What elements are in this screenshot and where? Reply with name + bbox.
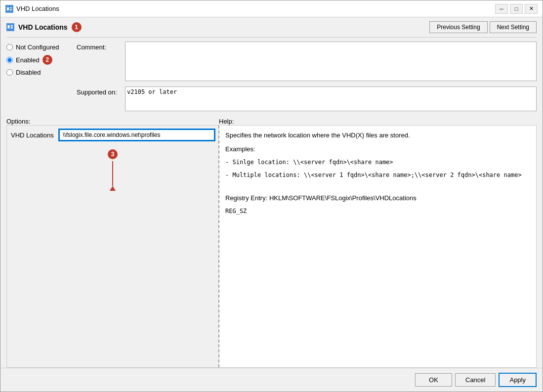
apply-button[interactable]: Apply [499,373,537,387]
comment-container [125,42,537,83]
main-panels: VHD Locations 3 Specifies the network lo… [6,125,537,368]
vhd-location-input[interactable] [59,130,214,140]
disabled-radio[interactable] [6,69,13,76]
cancel-button[interactable]: Cancel [455,373,496,387]
config-section: Not Configured Enabled 2 Disabled Commen… [6,42,537,113]
arrow-line [112,161,113,186]
enabled-radio[interactable] [6,57,13,63]
help-registry-type: REG_SZ [225,207,530,216]
header-row: VHD Locations 1 Previous Setting Next Se… [6,21,537,38]
svg-rect-1 [7,7,9,10]
comment-label: Comment: [77,42,121,51]
comment-row: Comment: [77,42,537,83]
ok-button[interactable]: OK [415,373,452,387]
window-icon [5,5,13,13]
enabled-badge: 2 [42,55,52,65]
minimize-button[interactable]: ─ [495,4,508,14]
svg-rect-2 [10,7,12,8]
window-title: VHD Locations [16,5,59,12]
supported-container [125,87,537,113]
title-bar: VHD Locations ─ □ ✕ [0,0,543,17]
help-example2: - Multiple locations: \\<server 1 fqdn>\… [225,171,530,179]
title-bar-controls: ─ □ ✕ [495,4,538,14]
vhd-location-label: VHD Locations [11,131,55,139]
supported-label: Supported on: [77,87,121,96]
help-panel: Specifies the network location where the… [219,126,536,367]
form-fields: Comment: Supported on: [77,42,537,113]
svg-rect-3 [10,9,12,10]
enabled-option[interactable]: Enabled 2 [6,55,71,65]
help-example1: - Sinlge location: \\<server fqdn>\<shar… [225,158,530,167]
svg-rect-5 [7,25,9,28]
content-area: VHD Locations 1 Previous Setting Next Se… [0,17,543,368]
not-configured-radio[interactable] [6,44,13,50]
svg-rect-7 [11,27,13,28]
comment-textarea[interactable] [125,42,537,81]
registry-path: HKLM\SOFTWARE\FSLogix\Profiles\VHDLocati… [269,194,417,202]
header-buttons: Previous Setting Next Setting [429,21,537,33]
arrow-annotation: 3 [108,149,118,191]
panels-titles: Options: Help: [6,118,537,125]
help-description: Specifies the network location where the… [225,131,530,140]
disabled-label: Disabled [16,69,41,76]
radio-group: Not Configured Enabled 2 Disabled [6,42,71,113]
not-configured-label: Not Configured [16,44,59,51]
svg-rect-6 [11,25,13,26]
help-registry: Registry Entry: HKLM\SOFTWARE\FSLogix\Pr… [225,193,530,203]
previous-setting-button[interactable]: Previous Setting [429,21,487,33]
restore-button[interactable]: □ [510,4,523,14]
annotation-container: 3 [11,149,214,191]
vhd-location-row: VHD Locations [11,130,214,140]
arrow-head [110,186,116,191]
vhd-badge: 3 [108,149,118,159]
main-window: VHD Locations ─ □ ✕ VHD Locations [0,0,543,392]
supported-row: Supported on: [77,87,537,113]
help-examples-title: Examples: [225,144,530,154]
options-title-cell: Options: [6,118,219,125]
footer: OK Cancel Apply [0,368,543,392]
not-configured-option[interactable]: Not Configured [6,44,71,51]
title-bar-left: VHD Locations [5,5,59,13]
header-badge: 1 [72,22,82,32]
header-title: VHD Locations [18,23,68,31]
enabled-label: Enabled [16,56,40,64]
close-button[interactable]: ✕ [525,4,538,14]
options-panel: VHD Locations 3 [7,126,219,367]
header-left: VHD Locations 1 [6,22,82,32]
supported-textarea [125,87,537,111]
help-title-cell: Help: [219,118,537,125]
next-setting-button[interactable]: Next Setting [490,21,537,33]
header-icon [6,23,14,31]
registry-label: Registry Entry: [225,194,267,202]
disabled-option[interactable]: Disabled [6,69,71,76]
